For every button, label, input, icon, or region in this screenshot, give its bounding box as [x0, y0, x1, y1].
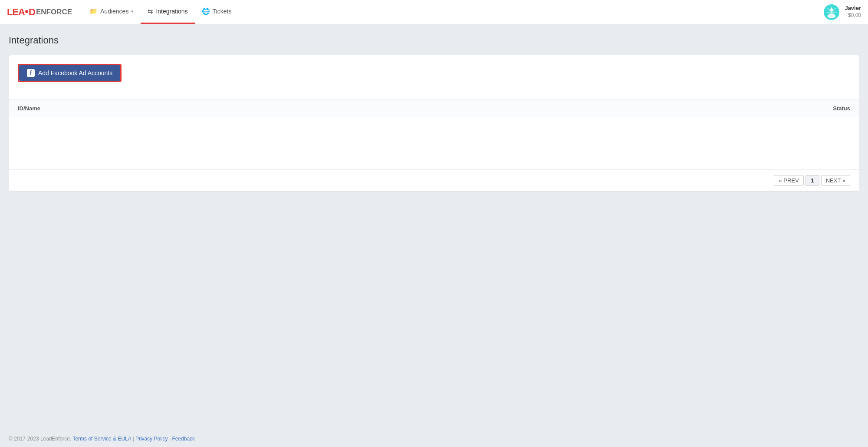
- col-status: Status: [833, 105, 850, 112]
- page-1-button[interactable]: 1: [806, 175, 819, 186]
- footer: © 2017-2023 LeadEnforce. Terms of Servic…: [0, 430, 868, 447]
- chevron-down-icon: ▾: [131, 9, 134, 14]
- nav-item-audiences[interactable]: 📁 Audiences ▾: [82, 0, 141, 24]
- nav-label-audiences: Audiences: [100, 8, 128, 15]
- add-facebook-ad-accounts-button[interactable]: f Add Facebook Ad Accounts: [19, 65, 120, 81]
- user-info: Javier $0,00: [845, 5, 861, 19]
- table-header: ID/Name Status: [9, 100, 859, 117]
- add-fb-btn-wrapper: f Add Facebook Ad Accounts: [18, 64, 122, 82]
- privacy-link[interactable]: Privacy Policy: [135, 436, 168, 442]
- folder-icon: 📁: [89, 7, 98, 15]
- nav-items: 📁 Audiences ▾ ⇆ Integrations 🌐 Tickets: [82, 0, 824, 24]
- terms-link[interactable]: Terms of Service & EULA: [72, 436, 131, 442]
- globe-icon: 🌐: [202, 7, 210, 15]
- brand-logo[interactable]: LEAD ENFORCE: [7, 7, 72, 18]
- card-body: f Add Facebook Ad Accounts: [9, 55, 859, 93]
- prev-page-button[interactable]: « PREV: [774, 175, 803, 186]
- feedback-link[interactable]: Feedback: [172, 436, 195, 442]
- avatar[interactable]: [824, 4, 839, 20]
- nav-right: Javier $0,00: [824, 4, 861, 20]
- col-id-name: ID/Name: [18, 105, 40, 112]
- nav-label-tickets: Tickets: [213, 8, 232, 15]
- nav-item-tickets[interactable]: 🌐 Tickets: [195, 0, 239, 24]
- pagination-row: « PREV 1 NEXT »: [9, 169, 859, 191]
- facebook-icon: f: [27, 69, 35, 77]
- integrations-icon: ⇆: [148, 7, 153, 15]
- nav-label-integrations: Integrations: [156, 8, 187, 15]
- page-title: Integrations: [9, 35, 859, 46]
- next-page-button[interactable]: NEXT »: [821, 175, 850, 186]
- table-body: [9, 117, 859, 169]
- user-balance: $0,00: [848, 12, 861, 19]
- nav-item-integrations[interactable]: ⇆ Integrations: [141, 0, 194, 24]
- integrations-card: f Add Facebook Ad Accounts ID/Name Statu…: [9, 55, 859, 192]
- navbar: LEAD ENFORCE 📁 Audiences ▾ ⇆ Integration…: [0, 0, 868, 24]
- brand-enforce: ENFORCE: [36, 8, 72, 17]
- brand-text: LEAD: [7, 7, 35, 18]
- user-name: Javier: [845, 5, 861, 12]
- add-facebook-label: Add Facebook Ad Accounts: [38, 70, 112, 76]
- main-content: Integrations f Add Facebook Ad Accounts …: [0, 24, 868, 430]
- footer-copyright: © 2017-2023 LeadEnforce.: [9, 436, 71, 442]
